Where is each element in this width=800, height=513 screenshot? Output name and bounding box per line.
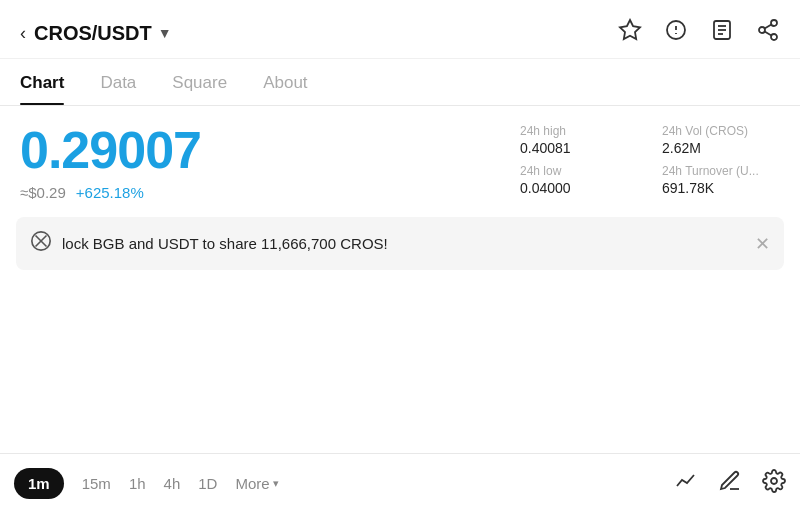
- price-left: 0.29007 ≈$0.29 +625.18%: [20, 124, 520, 201]
- tab-data[interactable]: Data: [100, 59, 136, 105]
- promo-text: lock BGB and USDT to share 11,666,700 CR…: [62, 235, 745, 252]
- promo-banner: lock BGB and USDT to share 11,666,700 CR…: [16, 217, 784, 270]
- time-1h-button[interactable]: 1h: [129, 475, 146, 492]
- svg-point-9: [759, 27, 765, 33]
- more-arrow-icon: ▾: [273, 477, 279, 490]
- stat-24h-vol-value: 2.62M: [662, 140, 780, 156]
- draw-icon[interactable]: [718, 469, 742, 499]
- header-icons: [618, 18, 780, 48]
- svg-point-10: [771, 34, 777, 40]
- svg-point-16: [771, 478, 777, 484]
- tabs-bar: Chart Data Square About: [0, 59, 800, 106]
- stat-24h-high-value: 0.40081: [520, 140, 638, 156]
- stat-24h-turnover-value: 691.78K: [662, 180, 780, 196]
- back-icon[interactable]: ‹: [20, 23, 26, 44]
- svg-line-12: [765, 25, 772, 29]
- stat-24h-vol: 24h Vol (CROS) 2.62M: [662, 124, 780, 156]
- svg-line-11: [765, 32, 772, 36]
- time-4h-button[interactable]: 4h: [164, 475, 181, 492]
- tab-chart[interactable]: Chart: [20, 59, 64, 105]
- svg-point-8: [771, 20, 777, 26]
- price-sub: ≈$0.29 +625.18%: [20, 184, 520, 201]
- stat-24h-low-label: 24h low: [520, 164, 638, 178]
- more-button[interactable]: More ▾: [235, 475, 278, 492]
- price-usd: ≈$0.29: [20, 184, 66, 201]
- dropdown-arrow-icon[interactable]: ▼: [158, 25, 172, 41]
- tab-square[interactable]: Square: [172, 59, 227, 105]
- header: ‹ CROS/USDT ▼: [0, 0, 800, 59]
- price-value: 0.29007: [20, 124, 520, 176]
- time-1m-button[interactable]: 1m: [14, 468, 64, 499]
- stat-24h-high: 24h high 0.40081: [520, 124, 638, 156]
- bottom-toolbar: 1m 15m 1h 4h 1D More ▾: [0, 453, 800, 513]
- stat-24h-low: 24h low 0.04000: [520, 164, 638, 196]
- time-15m-button[interactable]: 15m: [82, 475, 111, 492]
- time-1d-button[interactable]: 1D: [198, 475, 217, 492]
- stat-24h-low-value: 0.04000: [520, 180, 638, 196]
- promo-icon: [30, 230, 52, 257]
- stat-24h-turnover-label: 24h Turnover (U...: [662, 164, 780, 178]
- stat-24h-vol-label: 24h Vol (CROS): [662, 124, 780, 138]
- banner-close-icon[interactable]: ✕: [755, 233, 770, 255]
- toolbar-right: [674, 469, 786, 499]
- price-section: 0.29007 ≈$0.29 +625.18% 24h high 0.40081…: [0, 106, 800, 213]
- share-icon[interactable]: [756, 18, 780, 48]
- svg-marker-0: [620, 20, 640, 39]
- pair-title[interactable]: CROS/USDT: [34, 22, 152, 45]
- stat-24h-high-label: 24h high: [520, 124, 638, 138]
- alert-icon[interactable]: [664, 18, 688, 48]
- stat-24h-turnover: 24h Turnover (U... 691.78K: [662, 164, 780, 196]
- more-label: More: [235, 475, 269, 492]
- line-chart-icon[interactable]: [674, 469, 698, 499]
- header-left: ‹ CROS/USDT ▼: [20, 22, 172, 45]
- price-change: +625.18%: [76, 184, 144, 201]
- settings-icon[interactable]: [762, 469, 786, 499]
- note-icon[interactable]: [710, 18, 734, 48]
- price-stats: 24h high 0.40081 24h Vol (CROS) 2.62M 24…: [520, 124, 780, 196]
- tab-about[interactable]: About: [263, 59, 307, 105]
- favorite-icon[interactable]: [618, 18, 642, 48]
